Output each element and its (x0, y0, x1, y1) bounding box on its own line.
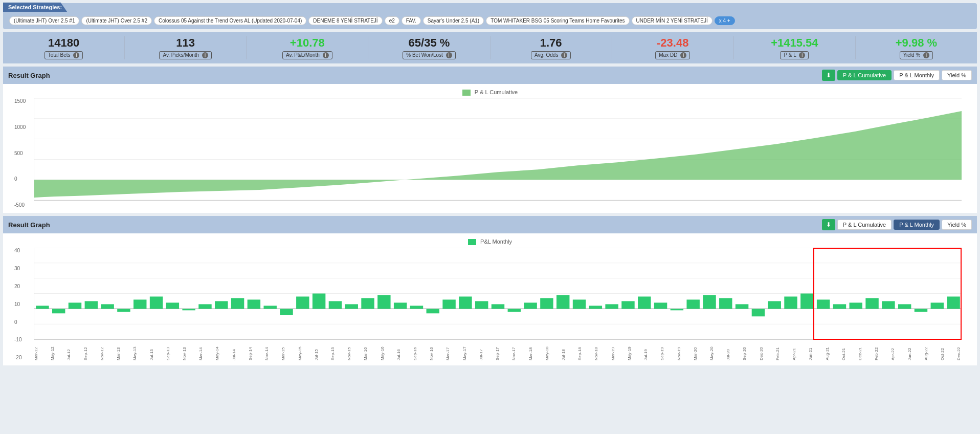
bar-22 (394, 303, 407, 309)
stat-item-4: 1.76 Avg. Odds i (491, 36, 612, 59)
bar-20 (361, 298, 374, 309)
stat-item-0: 14180 Total Bets i (3, 36, 125, 59)
bar-34 (589, 306, 602, 309)
strategy-tag-1[interactable]: (Ultimate JHT) Over 2.5 #2 (81, 16, 151, 25)
stat-item-6: +1415.54 P & L i (734, 36, 856, 59)
graph1-y-labels: 150010005000-500 (14, 98, 26, 208)
bar-54 (915, 309, 927, 312)
stat-value-1: 113 (125, 36, 246, 50)
stat-label-2[interactable]: Av. P&L/Month i (282, 51, 332, 59)
bar-40 (686, 300, 699, 309)
graph2-section: Result Graph ⬇ P & L Cumulative P & L Mo… (3, 216, 977, 365)
graph1-btn-yield[interactable]: Yield % (942, 70, 972, 80)
stat-item-2: +10.78 Av. P&L/Month i (247, 36, 368, 59)
stat-item-5: -23.48 Max DD i (612, 36, 734, 59)
bar-21 (377, 295, 390, 309)
graph2-btn-monthly[interactable]: P & L Monthly (894, 220, 940, 230)
stat-label-7[interactable]: Yield % i (900, 51, 933, 59)
graph1-chart-container: P & L Cumulative 150010005000-500 Apr 12… (3, 84, 977, 213)
graph2-y-labels: 403020100-10-20 (14, 248, 21, 360)
bar-1 (52, 309, 65, 314)
bar-13 (248, 300, 260, 309)
bar-35 (605, 305, 618, 309)
bar-3 (85, 301, 98, 309)
graph2-bars (36, 294, 960, 317)
stat-value-0: 14180 (3, 36, 124, 50)
bar-38 (654, 303, 667, 309)
bar-32 (556, 295, 569, 309)
bar-42 (719, 298, 732, 309)
stat-label-3[interactable]: % Bet Won/Lost i (403, 51, 455, 59)
stat-item-7: +9.98 % Yield % i (856, 36, 977, 59)
bar-17 (313, 294, 325, 309)
bar-14 (263, 306, 276, 309)
graph1-legend-icon (462, 90, 471, 96)
bar-48 (817, 300, 830, 309)
bar-15 (280, 309, 293, 315)
bar-45 (768, 301, 781, 309)
strategy-tag-8[interactable]: UNDER MİN 2 YENİ STRATEJİ (632, 16, 712, 25)
stat-value-2: +10.78 (247, 36, 368, 50)
stat-item-1: 113 Av. Picks/Month i (125, 36, 247, 59)
graph1-controls: ⬇ P & L Cumulative P & L Monthly Yield % (822, 70, 972, 81)
bar-19 (345, 305, 358, 309)
graph2-controls: ⬇ P & L Cumulative P & L Monthly Yield % (822, 219, 972, 230)
strategy-tag-2[interactable]: Colossus 05 Against the Trend Overs AL (… (154, 16, 306, 25)
stat-label-6[interactable]: P & L i (780, 51, 809, 59)
stat-label-5[interactable]: Max DD i (655, 51, 690, 59)
graph1-chart-svg (34, 98, 962, 201)
bar-12 (231, 298, 244, 309)
stat-value-7: +9.98 % (856, 36, 977, 50)
graph2-chart-svg (34, 248, 962, 340)
bar-55 (931, 303, 944, 309)
bar-9 (182, 309, 195, 311)
strategy-tag-7[interactable]: TOM WHITAKER BSG 05 Scoring Teams Home F… (486, 16, 629, 25)
bar-11 (215, 301, 228, 309)
graph1-btn-monthly[interactable]: P & L Monthly (894, 70, 940, 80)
strategy-tag-6[interactable]: Sayar's Under 2.5 (A1) (423, 16, 484, 25)
bar-41 (703, 295, 716, 309)
bar-25 (442, 300, 455, 309)
stat-label-4[interactable]: Avg. Odds i (531, 51, 571, 59)
svg-marker-6 (34, 111, 962, 198)
bar-18 (329, 301, 342, 309)
selected-strategies-panel: Selected Strategies: (Ultimate JHT) Over… (3, 3, 977, 29)
stat-value-5: -23.48 (612, 36, 733, 50)
bar-30 (524, 303, 537, 309)
strategy-tag-4[interactable]: e2 (385, 16, 399, 25)
graph2-btn-yield[interactable]: Yield % (942, 220, 972, 230)
graph2-chart-container: P&L Monthly 403020100-10-20 (3, 233, 977, 365)
bar-24 (427, 309, 439, 314)
stat-value-4: 1.76 (491, 36, 612, 50)
strategy-tag-0[interactable]: (Ultimate JHT) Over 2.5 #1 (9, 16, 79, 25)
bar-6 (133, 300, 146, 309)
stats-bar: 14180 Total Bets i113 Av. Picks/Month i+… (3, 32, 977, 63)
bar-7 (150, 297, 163, 309)
stat-value-6: +1415.54 (734, 36, 855, 50)
bar-8 (166, 303, 179, 309)
graph2-download-button[interactable]: ⬇ (822, 219, 835, 230)
strategy-tag-3[interactable]: DENEME 8 YENİ STRATEJİ (308, 16, 382, 25)
bar-39 (671, 309, 683, 311)
graph2-header: Result Graph ⬇ P & L Cumulative P & L Mo… (3, 216, 977, 233)
bar-50 (850, 303, 862, 309)
stat-label-1[interactable]: Av. Picks/Month i (159, 51, 212, 59)
bar-29 (508, 309, 521, 312)
graph2-btn-cumulative[interactable]: P & L Cumulative (837, 220, 892, 230)
strategy-tag-5[interactable]: FAV. (402, 16, 421, 25)
bar-26 (459, 297, 472, 309)
graph1-download-button[interactable]: ⬇ (822, 70, 835, 81)
graph1-btn-cumulative[interactable]: P & L Cumulative (837, 70, 892, 80)
strategy-tag-9[interactable]: x 4 + (715, 16, 735, 25)
graph1-legend-text: P & L Cumulative (475, 89, 518, 95)
bar-36 (621, 301, 634, 309)
bar-2 (69, 303, 81, 309)
bar-27 (475, 301, 488, 309)
bar-56 (947, 297, 960, 309)
stat-label-0[interactable]: Total Bets i (44, 51, 83, 59)
bar-23 (410, 306, 423, 309)
bar-44 (752, 309, 765, 317)
graph2-legend: P&L Monthly (8, 238, 972, 245)
bar-47 (800, 294, 813, 309)
bar-49 (833, 305, 846, 309)
